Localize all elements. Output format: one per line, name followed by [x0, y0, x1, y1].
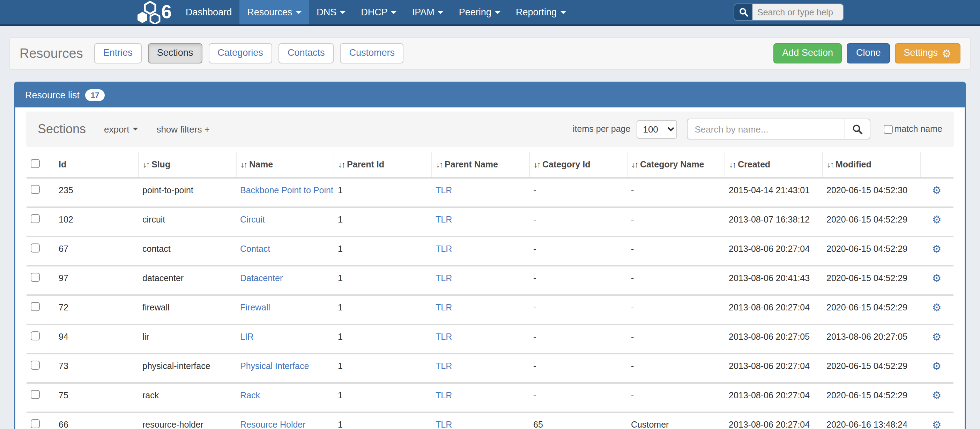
row-checkbox[interactable] — [31, 331, 40, 340]
cell-category-id: 65 — [529, 412, 627, 429]
column-header-parent-id[interactable]: ↓↑Parent Id — [334, 152, 431, 178]
tab-contacts[interactable]: Contacts — [278, 43, 334, 64]
cell-modified: 2020-06-15 04:52:29 — [822, 354, 920, 383]
sort-icon: ↓↑ — [632, 160, 638, 169]
nav-item-peering[interactable]: Peering — [451, 0, 508, 24]
tab-customers[interactable]: Customers — [340, 43, 404, 64]
row-checkbox[interactable] — [31, 273, 40, 282]
page-title: Resources — [19, 46, 83, 61]
row-checkbox[interactable] — [31, 419, 40, 428]
row-checkbox[interactable] — [31, 185, 40, 194]
cell-name-link[interactable]: Datacenter — [240, 273, 283, 283]
cell-category-id: - — [529, 354, 627, 383]
chevron-down-icon — [133, 128, 138, 130]
chevron-down-icon — [438, 11, 444, 14]
row-settings-gear-icon[interactable]: ⚙ — [932, 360, 942, 372]
cell-parent-name-link[interactable]: TLR — [436, 420, 452, 429]
search-button[interactable] — [845, 119, 870, 140]
sort-icon: ↓↑ — [827, 160, 834, 169]
tab-sections[interactable]: Sections — [148, 43, 202, 64]
cell-category-name: - — [627, 207, 724, 237]
nav-item-reporting[interactable]: Reporting — [508, 0, 573, 24]
cell-created: 2013-08-06 20:41:43 — [724, 266, 822, 295]
chevron-down-icon — [495, 11, 501, 14]
cell-name-link[interactable]: Contact — [240, 244, 270, 254]
export-dropdown[interactable]: export — [104, 124, 138, 134]
gear-icon: ⚙ — [942, 48, 951, 59]
chevron-down-icon — [391, 11, 397, 14]
column-header-category-id[interactable]: ↓↑Category Id — [529, 152, 627, 178]
select-all-checkbox[interactable] — [31, 159, 40, 168]
cell-name-link[interactable]: Physical Interface — [240, 361, 309, 371]
row-checkbox[interactable] — [31, 243, 40, 253]
tab-categories[interactable]: Categories — [208, 43, 272, 64]
brand-logo[interactable]: 6 — [137, 0, 178, 24]
cell-created: 2013-08-06 20:27:04 — [724, 383, 822, 412]
cell-id: 102 — [54, 207, 138, 237]
cell-parent-name-link[interactable]: TLR — [436, 391, 452, 400]
cell-category-id: - — [529, 237, 627, 266]
items-per-page-select[interactable]: 100 — [636, 120, 677, 138]
show-filters-toggle[interactable]: show filters + — [156, 124, 209, 134]
cell-parent-id: 1 — [334, 237, 431, 266]
cell-modified: 2020-06-16 13:48:24 — [822, 412, 920, 429]
tab-entries[interactable]: Entries — [94, 43, 142, 64]
column-header-slug[interactable]: ↓↑Slug — [138, 152, 236, 178]
cell-modified: 2020-06-15 04:52:29 — [822, 383, 920, 412]
row-settings-gear-icon[interactable]: ⚙ — [932, 418, 942, 429]
column-header-created[interactable]: ↓↑Created — [724, 152, 822, 178]
nav-item-resources[interactable]: Resources — [239, 0, 309, 24]
table-row: 235 point-to-point Backbone Point to Poi… — [27, 178, 953, 207]
column-header-category-name[interactable]: ↓↑Category Name — [627, 152, 724, 178]
search-by-name-input[interactable] — [687, 119, 845, 140]
cell-name-link[interactable]: Firewall — [240, 303, 270, 313]
column-header-name[interactable]: ↓↑Name — [236, 152, 334, 178]
row-settings-gear-icon[interactable]: ⚙ — [932, 389, 942, 401]
panel-title: Resource list — [25, 90, 80, 100]
global-search-input[interactable] — [752, 4, 843, 20]
row-settings-gear-icon[interactable]: ⚙ — [932, 330, 942, 343]
toolbar-title: Sections — [38, 122, 86, 137]
cell-parent-name-link[interactable]: TLR — [436, 361, 452, 371]
cell-slug: physical-interface — [138, 354, 236, 383]
column-header-parent-name[interactable]: ↓↑Parent Name — [431, 152, 529, 178]
nav-item-dhcp[interactable]: DHCP — [353, 0, 404, 24]
column-header-modified[interactable]: ↓↑Modified — [822, 152, 920, 178]
cell-slug: datacenter — [138, 266, 236, 295]
cell-name-link[interactable]: Resource Holder — [240, 420, 306, 429]
row-checkbox[interactable] — [31, 214, 40, 223]
nav-item-dashboard[interactable]: Dashboard — [178, 0, 239, 24]
cell-name-link[interactable]: Rack — [240, 391, 260, 400]
cell-parent-name-link[interactable]: TLR — [436, 303, 452, 313]
row-settings-gear-icon[interactable]: ⚙ — [932, 272, 942, 284]
clone-button[interactable]: Clone — [847, 43, 890, 64]
cell-name-link[interactable]: Circuit — [240, 215, 265, 225]
cell-id: 67 — [54, 237, 138, 266]
cell-parent-name-link[interactable]: TLR — [436, 215, 452, 225]
cell-created: 2015-04-14 21:43:01 — [724, 178, 822, 207]
row-checkbox[interactable] — [31, 302, 40, 311]
row-settings-gear-icon[interactable]: ⚙ — [932, 243, 942, 254]
cell-parent-name-link[interactable]: TLR — [436, 186, 452, 195]
cell-slug: circuit — [138, 207, 236, 237]
row-checkbox[interactable] — [31, 361, 40, 370]
settings-button[interactable]: Settings⚙ — [895, 43, 961, 64]
add-section-button[interactable]: Add Section — [773, 43, 842, 64]
row-settings-gear-icon[interactable]: ⚙ — [932, 184, 942, 196]
row-settings-gear-icon[interactable]: ⚙ — [932, 213, 942, 225]
sort-icon: ↓↑ — [240, 160, 247, 169]
match-name-label: match name — [894, 124, 942, 134]
cell-name-link[interactable]: Backbone Point to Point — [240, 186, 333, 195]
cell-name-link[interactable]: LIR — [240, 332, 254, 342]
cell-parent-name-link[interactable]: TLR — [436, 244, 452, 254]
match-name-checkbox[interactable] — [884, 124, 893, 133]
cell-parent-name-link[interactable]: TLR — [436, 332, 452, 342]
cell-parent-name-link[interactable]: TLR — [436, 273, 452, 283]
nav-item-ipam[interactable]: IPAM — [404, 0, 451, 24]
nav-item-dns[interactable]: DNS — [309, 0, 353, 24]
row-checkbox[interactable] — [31, 390, 40, 399]
panel-body: Sections export show filters + items per… — [15, 107, 965, 429]
row-settings-gear-icon[interactable]: ⚙ — [932, 301, 942, 313]
sort-icon: ↓↑ — [436, 160, 442, 169]
cell-modified: 2020-06-15 04:52:30 — [822, 178, 920, 207]
